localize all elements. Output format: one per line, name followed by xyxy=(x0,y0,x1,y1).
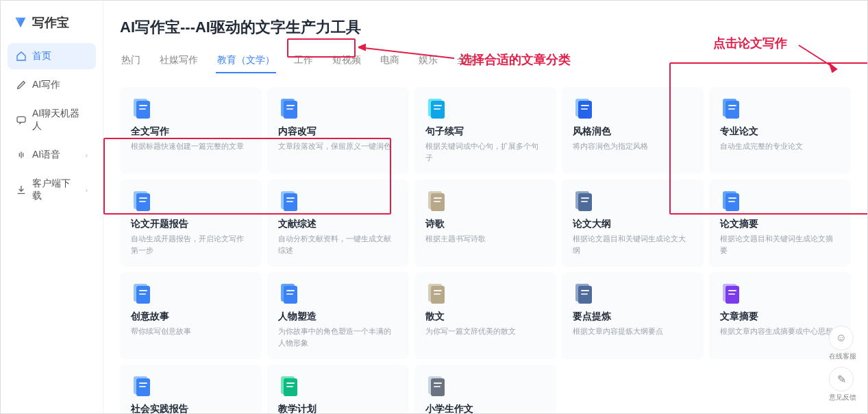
card-icon xyxy=(720,282,743,305)
sidebar-item-voice[interactable]: AI语音 › xyxy=(8,142,96,168)
svg-rect-71 xyxy=(434,382,442,384)
svg-rect-64 xyxy=(139,386,146,387)
float-feedback[interactable]: ✎ 意见反馈 xyxy=(829,367,856,402)
card-title: 文章摘要 xyxy=(720,310,840,323)
template-card[interactable]: 小学生作文为中小学生作文题目提供优秀范文 xyxy=(414,365,556,413)
home-icon xyxy=(16,51,27,62)
card-title: 论文摘要 xyxy=(720,218,840,230)
chevron-right-icon: › xyxy=(86,151,88,159)
tab-6[interactable]: 娱乐 xyxy=(417,50,439,73)
template-card[interactable]: 诗歌根据主题书写诗歌 xyxy=(414,180,556,267)
card-desc: 根据文章内容提炼大纲要点 xyxy=(573,326,693,337)
svg-rect-16 xyxy=(581,108,588,110)
tab-0[interactable]: 热门 xyxy=(120,50,142,73)
svg-rect-72 xyxy=(434,386,441,387)
card-icon xyxy=(573,189,596,212)
tab-3[interactable]: 工作 xyxy=(293,50,314,73)
main-content: AI写作宝---AI驱动的文字生产力工具 热门社媒写作教育（文学）工作短视频电商… xyxy=(103,1,867,413)
card-desc: 自动生成完整的专业论文 xyxy=(720,141,840,152)
brand-logo[interactable]: 写作宝 xyxy=(6,9,97,36)
pencil-icon xyxy=(16,80,27,90)
svg-rect-56 xyxy=(581,293,588,295)
sidebar-item-download[interactable]: 客户端下载 › xyxy=(8,171,96,209)
svg-rect-52 xyxy=(434,293,441,295)
tab-2[interactable]: 教育（文学） xyxy=(216,50,276,73)
svg-rect-63 xyxy=(139,382,147,384)
card-desc: 根据论文题目和关键词生成论文摘要 xyxy=(720,233,840,256)
template-card[interactable]: 全文写作根据标题快速创建一篇完整的文章 xyxy=(120,87,262,174)
sidebar-item-chatbot[interactable]: AI聊天机器人 xyxy=(8,101,96,139)
card-desc: 自动分析文献资料，一键生成文献综述 xyxy=(278,233,398,256)
card-desc: 根据标题快速创建一篇完整的文章 xyxy=(131,141,251,152)
card-icon xyxy=(131,189,154,212)
svg-rect-31 xyxy=(434,197,442,199)
download-icon xyxy=(16,184,27,195)
tab-4[interactable]: 短视频 xyxy=(331,50,362,73)
card-icon xyxy=(131,374,154,398)
template-card[interactable]: 人物塑造为你故事中的角色塑造一个丰满的人物形象 xyxy=(267,272,409,359)
svg-rect-7 xyxy=(286,105,295,106)
card-icon xyxy=(278,189,301,212)
template-card[interactable]: 论文摘要根据论文题目和关键词生成论文摘要 xyxy=(709,180,851,267)
template-card[interactable]: 专业论文自动生成完整的专业论文 xyxy=(709,87,851,174)
card-title: 文献综述 xyxy=(278,218,398,230)
template-card[interactable]: 创意故事帮你续写创意故事 xyxy=(120,272,262,359)
card-desc: 自动生成开题报告，开启论文写作第一步 xyxy=(131,233,251,256)
card-icon xyxy=(425,189,449,212)
card-desc: 文章段落改写，保留原义一键润色 xyxy=(278,141,398,152)
page-title: AI写作宝---AI驱动的文字生产力工具 xyxy=(120,17,851,38)
svg-rect-12 xyxy=(434,108,441,110)
svg-rect-44 xyxy=(139,293,146,295)
card-icon xyxy=(425,97,449,120)
sidebar-item-write[interactable]: AI写作 xyxy=(8,72,96,98)
card-title: 内容改写 xyxy=(278,125,398,138)
template-card[interactable]: 散文为你写一篇文辞优美的散文 xyxy=(414,272,556,359)
svg-marker-74 xyxy=(358,45,365,50)
card-title: 专业论文 xyxy=(720,125,840,138)
card-title: 风格润色 xyxy=(573,125,693,138)
template-card[interactable]: 风格润色将内容润色为指定风格 xyxy=(562,87,704,174)
floating-actions: ☺ 在线客服 ✎ 意见反馈 xyxy=(829,326,856,402)
template-card[interactable]: 句子续写根据关键词或中心句，扩展多个句子 xyxy=(414,87,556,174)
svg-rect-27 xyxy=(286,197,295,199)
card-icon xyxy=(278,282,301,305)
tab-7[interactable]: 全部 xyxy=(456,50,478,73)
card-title: 要点提炼 xyxy=(573,310,693,323)
tab-1[interactable]: 社媒写作 xyxy=(158,50,199,73)
card-icon xyxy=(425,282,449,305)
svg-rect-43 xyxy=(139,290,147,291)
card-icon xyxy=(573,97,596,120)
template-card[interactable]: 要点提炼根据文章内容提炼大纲要点 xyxy=(562,272,704,359)
svg-rect-47 xyxy=(286,290,295,291)
svg-rect-0 xyxy=(17,117,25,122)
svg-rect-24 xyxy=(139,201,146,202)
card-desc: 根据关键词或中心句，扩展多个句子 xyxy=(425,141,545,163)
chevron-right-icon: › xyxy=(86,186,88,194)
svg-rect-32 xyxy=(434,201,441,202)
template-card[interactable]: 社会实践报告根据实践内容生成一篇实践报告 xyxy=(120,365,262,413)
template-card[interactable]: 论文开题报告自动生成开题报告，开启论文写作第一步 xyxy=(120,180,262,267)
sidebar-item-label: AI语音 xyxy=(32,149,60,161)
template-card[interactable]: 论文大纲根据论文题目和关键词生成论文大纲 xyxy=(562,180,704,267)
template-card[interactable]: 内容改写文章段落改写，保留原义一键润色 xyxy=(267,87,409,174)
svg-rect-68 xyxy=(286,386,293,387)
sidebar-item-label: 首页 xyxy=(32,50,51,62)
template-card[interactable]: 文献综述自动分析文献资料，一键生成文献综述 xyxy=(267,180,409,267)
svg-rect-11 xyxy=(434,105,442,106)
float-online-service[interactable]: ☺ 在线客服 xyxy=(829,326,856,361)
card-desc: 根据文章内容生成摘要或中心思想 xyxy=(720,326,840,337)
svg-rect-28 xyxy=(286,201,293,202)
tab-5[interactable]: 电商 xyxy=(379,50,401,73)
card-title: 教学计划 xyxy=(278,403,398,413)
card-title: 散文 xyxy=(425,310,545,323)
svg-rect-55 xyxy=(581,290,589,291)
card-title: 创意故事 xyxy=(131,310,251,323)
card-title: 论文开题报告 xyxy=(131,218,251,230)
svg-rect-19 xyxy=(728,105,736,106)
card-desc: 将内容润色为指定风格 xyxy=(573,141,693,152)
template-card[interactable]: 教学计划根据课程内容快速生成千字教案 xyxy=(267,365,409,413)
voice-icon xyxy=(16,149,27,160)
svg-rect-39 xyxy=(728,197,736,199)
sidebar-item-home[interactable]: 首页 xyxy=(8,43,96,69)
card-icon xyxy=(425,374,449,398)
